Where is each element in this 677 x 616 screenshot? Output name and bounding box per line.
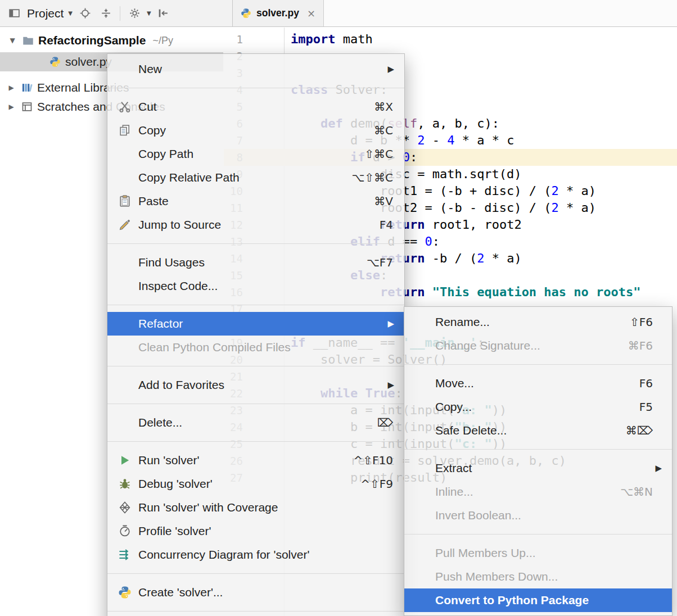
- profile-icon: [118, 524, 132, 538]
- menu-item-convert-to-python-package[interactable]: Convert to Python Package: [404, 588, 672, 612]
- chevron-expanded-icon[interactable]: ▼: [7, 37, 18, 44]
- menu-item-shortcut: ⌘⌦: [626, 424, 672, 437]
- menu-item-jump-to-source[interactable]: Jump to SourceF4: [107, 213, 404, 237]
- code-token: :: [410, 150, 417, 164]
- menu-item-copy[interactable]: Copy⌘C: [107, 119, 404, 142]
- chevron-collapsed-icon[interactable]: ▶: [6, 84, 17, 92]
- locate-file-icon[interactable]: [76, 5, 93, 22]
- menu-item-run-solver[interactable]: Run 'solver'^⇧F10: [107, 449, 404, 472]
- menu-item-shortcut: F5: [639, 400, 672, 414]
- menu-item-paste[interactable]: Paste⌘V: [107, 189, 404, 213]
- python-file-icon: [49, 56, 61, 67]
- icon-spacer: [414, 315, 429, 329]
- pycharm-window: Project ▼ ▼ solver.py × ▼ RefactoringSam…: [0, 0, 677, 616]
- tab-close-icon[interactable]: ×: [307, 8, 315, 19]
- settings-gear-icon[interactable]: [126, 5, 143, 22]
- menu-item-label: Invert Boolean...: [435, 509, 521, 522]
- menu-item-copy-relative-path[interactable]: Copy Relative Path⌥⇧⌘C: [107, 166, 404, 189]
- icon-spacer: [414, 508, 429, 523]
- tab-solver-py[interactable]: solver.py ×: [233, 0, 324, 26]
- icon-spacer: [414, 484, 429, 499]
- menu-item-delete[interactable]: Delete...⌦: [107, 411, 404, 434]
- menu-item-find-usages[interactable]: Find Usages⌥F7: [107, 251, 404, 274]
- project-toolbar: Project ▼ ▼: [0, 0, 233, 27]
- hide-panel-icon[interactable]: [155, 5, 172, 22]
- icon-spacer: [414, 338, 429, 353]
- menu-item-inline[interactable]: Inline...⌥⌘N: [404, 480, 672, 504]
- menu-item-pull-members-up[interactable]: Pull Members Up...: [404, 541, 672, 565]
- menu-item-label: Convert to Python Package: [435, 594, 589, 607]
- chevron-collapsed-icon[interactable]: ▶: [6, 103, 17, 111]
- chevron-down-icon[interactable]: ▼: [68, 10, 73, 16]
- menu-item-label: Jump to Source: [138, 218, 221, 232]
- menu-item-cut[interactable]: Cut⌘X: [107, 95, 404, 119]
- icon-spacer: [118, 378, 132, 392]
- code-token: 2: [552, 201, 559, 215]
- toolbar-divider: [120, 6, 120, 21]
- scratches-icon: [21, 101, 33, 112]
- menu-item-label: New: [138, 62, 162, 76]
- menu-item-debug-solver[interactable]: Debug 'solver'^⇧F9: [107, 472, 404, 496]
- menu-item-refactor[interactable]: Refactor▶: [107, 312, 404, 336]
- chevron-down-icon[interactable]: ▼: [147, 10, 151, 16]
- cut-icon: [118, 99, 132, 114]
- folder-icon: [22, 35, 34, 46]
- project-tool-window-icon[interactable]: [6, 5, 22, 22]
- menu-item-label: Find Usages: [138, 256, 205, 269]
- libraries-icon: [21, 82, 33, 93]
- menu-item-create-solver[interactable]: Create 'solver'...: [107, 581, 404, 604]
- menu-item-label: Safe Delete...: [435, 424, 507, 437]
- menu-item-copy-path[interactable]: Copy Path⇧⌘C: [107, 142, 404, 166]
- icon-spacer: [118, 255, 132, 270]
- menu-separator: [107, 88, 404, 88]
- icon-spacer: [118, 62, 132, 76]
- code-token: 0: [425, 234, 432, 248]
- menu-item-label: Create 'solver'...: [138, 586, 223, 599]
- code-token: , a, b, c):: [417, 116, 499, 130]
- submenu-arrow-icon: ▶: [387, 64, 404, 74]
- menu-item-label: Concurrency Diagram for 'solver': [138, 548, 309, 561]
- menu-item-copy[interactable]: Copy...F5: [404, 395, 672, 419]
- project-view-selector[interactable]: Project: [27, 7, 64, 20]
- icon-spacer: [118, 147, 132, 161]
- tree-item-label: solver.py: [65, 55, 112, 69]
- menu-item-add-to-favorites[interactable]: Add to Favorites▶: [107, 373, 404, 397]
- menu-item-concurrency-diagram-for-solver[interactable]: Concurrency Diagram for 'solver': [107, 543, 404, 567]
- menu-item-label: Run 'solver' with Coverage: [138, 501, 278, 514]
- header: Project ▼ ▼ solver.py ×: [0, 0, 677, 27]
- collapse-all-icon[interactable]: [97, 5, 114, 22]
- menu-item-label: Change Signature...: [435, 339, 540, 352]
- menu-item-extract[interactable]: Extract▶: [404, 456, 672, 480]
- menu-item-rename[interactable]: Rename...⇧F6: [404, 310, 672, 334]
- line-number[interactable]: 1: [224, 31, 243, 48]
- menu-item-run-solver-with-coverage[interactable]: Run 'solver' with Coverage: [107, 496, 404, 519]
- menu-item-profile-solver[interactable]: Profile 'solver': [107, 519, 404, 543]
- menu-item-label: Extract: [435, 461, 472, 475]
- menu-item-label: Inline...: [435, 485, 473, 499]
- tree-root-refactoringsample[interactable]: ▼ RefactoringSample ~/Py: [0, 31, 223, 50]
- menu-item-clean-python-compiled-files[interactable]: Clean Python Compiled Files: [107, 336, 404, 359]
- icon-spacer: [414, 423, 429, 438]
- menu-item-shortcut: ⌥⇧⌘C: [351, 171, 404, 184]
- menu-separator: [404, 449, 672, 450]
- menu-item-label: Copy: [138, 124, 166, 137]
- python-file-icon: [241, 8, 251, 19]
- code-line-1[interactable]: 1import math: [224, 31, 677, 48]
- menu-item-change-signature[interactable]: Change Signature...⌘F6: [404, 334, 672, 357]
- menu-item-invert-boolean[interactable]: Invert Boolean...: [404, 504, 672, 527]
- paste-icon: [118, 194, 132, 209]
- menu-item-label: Refactor: [138, 317, 183, 330]
- menu-item-shortcut: ⌘F6: [628, 339, 672, 352]
- code-token: -b / (: [425, 251, 477, 265]
- concurrency-icon: [118, 547, 132, 562]
- menu-item-new[interactable]: New▶: [107, 57, 404, 81]
- menu-item-inspect-code[interactable]: Inspect Code...: [107, 274, 404, 298]
- menu-item-label: Copy Relative Path: [138, 171, 240, 184]
- menu-separator: [107, 404, 404, 404]
- menu-item-move[interactable]: Move...F6: [404, 372, 672, 395]
- menu-item-shortcut: F6: [639, 377, 672, 390]
- icon-spacer: [414, 546, 429, 560]
- menu-item-label: Copy Path: [138, 147, 193, 161]
- menu-item-safe-delete[interactable]: Safe Delete...⌘⌦: [404, 419, 672, 442]
- menu-item-push-members-down[interactable]: Push Members Down...: [404, 565, 672, 588]
